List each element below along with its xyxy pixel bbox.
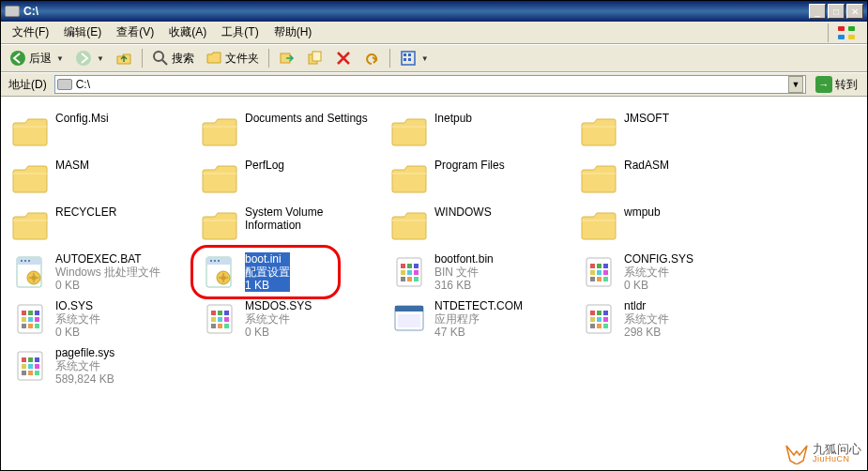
go-button[interactable]: → 转到 [810, 74, 863, 95]
svg-rect-84 [28, 364, 33, 369]
forward-button[interactable]: ▼ [70, 47, 109, 69]
menu-favorites[interactable]: 收藏(A) [161, 23, 214, 42]
search-icon [152, 50, 169, 67]
file-item[interactable]: IO.SYS系统文件0 KB [7, 296, 196, 342]
svg-rect-72 [603, 311, 608, 315]
file-item[interactable]: Config.Msi [7, 108, 196, 155]
file-item[interactable]: JMSOFT [575, 108, 765, 155]
file-labels: pagefile.sys系统文件589,824 KB [55, 346, 114, 386]
file-item[interactable]: MASM [7, 155, 196, 202]
svg-rect-31 [407, 270, 412, 275]
file-type: 系统文件 [624, 266, 693, 279]
drive-icon [57, 79, 72, 90]
file-size: 0 KB [55, 326, 100, 339]
svg-rect-61 [218, 317, 222, 322]
address-dropdown[interactable]: ▼ [788, 76, 803, 93]
svg-point-1 [76, 51, 91, 66]
file-labels: ntldr系统文件298 KB [624, 299, 669, 339]
svg-rect-70 [590, 311, 595, 315]
window-title: C:\ [23, 5, 809, 18]
svg-rect-54 [28, 324, 33, 328]
undo-button[interactable] [358, 47, 385, 69]
back-icon [9, 50, 26, 67]
file-item[interactable]: MSDOS.SYS系统文件0 KB [196, 296, 386, 342]
copy-to-button[interactable] [302, 47, 328, 69]
back-button[interactable]: 后退 ▼ [5, 47, 69, 69]
menu-help[interactable]: 帮助(H) [266, 23, 320, 42]
minimize-button[interactable]: _ [809, 4, 826, 19]
file-item[interactable]: RadASM [575, 155, 765, 202]
folder-icon [579, 205, 618, 245]
delete-button[interactable] [330, 47, 357, 69]
menu-tools[interactable]: 工具(T) [214, 23, 266, 42]
svg-rect-37 [590, 264, 595, 268]
back-label: 后退 [29, 51, 52, 67]
maximize-button[interactable]: □ [828, 4, 845, 19]
file-item[interactable]: bootfont.binBIN 文件316 KB [386, 249, 575, 296]
file-labels: System Volume Information [245, 205, 382, 232]
file-item[interactable]: WINDOWS [386, 202, 575, 249]
svg-rect-52 [35, 317, 39, 322]
svg-rect-38 [597, 264, 602, 268]
svg-rect-8 [404, 53, 406, 56]
file-item[interactable]: PerfLog [196, 155, 386, 202]
folders-button[interactable]: 文件夹 [201, 47, 264, 69]
sys-icon [200, 299, 239, 339]
search-button[interactable]: 搜索 [147, 47, 199, 69]
file-labels: Documents and Settings [245, 112, 368, 125]
menu-edit[interactable]: 编辑(E) [56, 23, 109, 42]
svg-line-3 [162, 60, 167, 65]
file-item[interactable]: wmpub [575, 202, 765, 249]
go-label: 转到 [835, 77, 858, 93]
file-name: pagefile.sys [55, 346, 114, 359]
file-item[interactable]: AUTOEXEC.BATWindows 批处理文件0 KB [7, 249, 196, 296]
file-item[interactable]: ntldr系统文件298 KB [575, 296, 765, 342]
file-item[interactable]: pagefile.sys系统文件589,824 KB [7, 342, 196, 389]
svg-rect-60 [211, 317, 216, 322]
svg-rect-67 [395, 306, 423, 311]
file-type: 系统文件 [55, 312, 100, 326]
file-name: RECYCLER [55, 205, 116, 219]
file-item[interactable]: Program Files [386, 155, 575, 202]
svg-point-18 [32, 276, 37, 281]
svg-point-2 [154, 52, 163, 61]
file-name: boot.ini [245, 252, 290, 266]
svg-rect-83 [22, 364, 26, 369]
move-to-button[interactable] [274, 47, 300, 69]
titlebar: C:\ _ □ ✕ [1, 1, 867, 22]
file-item[interactable]: CONFIG.SYS系统文件0 KB [575, 249, 765, 296]
folder-icon [10, 205, 50, 245]
svg-point-16 [28, 260, 30, 262]
address-input[interactable]: C:\ ▼ [54, 75, 806, 94]
sys-icon [10, 346, 50, 386]
svg-point-21 [210, 260, 212, 262]
file-pane[interactable]: Config.MsiDocuments and SettingsInetpubJ… [3, 99, 865, 468]
file-item[interactable]: Documents and Settings [196, 108, 386, 155]
file-item[interactable]: NTDETECT.COM应用程序47 KB [386, 296, 575, 342]
views-button[interactable]: ▼ [395, 47, 434, 69]
svg-rect-80 [22, 357, 26, 362]
file-type: 系统文件 [245, 312, 312, 326]
folder-icon [200, 112, 239, 151]
svg-rect-11 [408, 58, 411, 61]
file-type: 配置设置 [245, 266, 290, 279]
file-item[interactable]: System Volume Information [196, 202, 386, 249]
file-labels: wmpub [624, 205, 661, 219]
menu-view[interactable]: 查看(V) [109, 23, 161, 42]
svg-rect-49 [35, 311, 39, 315]
file-type: 系统文件 [624, 312, 669, 326]
file-item[interactable]: Inetpub [386, 108, 575, 155]
menu-file[interactable]: 文件(F) [5, 23, 56, 42]
svg-point-15 [24, 260, 26, 262]
svg-rect-77 [597, 324, 602, 328]
svg-rect-62 [224, 317, 229, 322]
svg-rect-10 [404, 58, 406, 61]
file-name: Inetpub [434, 112, 472, 125]
up-button[interactable] [111, 47, 137, 69]
file-name: WINDOWS [434, 205, 492, 219]
file-item[interactable]: RECYCLER [7, 202, 196, 249]
file-item[interactable]: boot.ini配置设置1 KB [196, 249, 386, 296]
svg-rect-44 [597, 277, 602, 281]
sys-icon [579, 252, 618, 292]
close-button[interactable]: ✕ [846, 4, 863, 19]
